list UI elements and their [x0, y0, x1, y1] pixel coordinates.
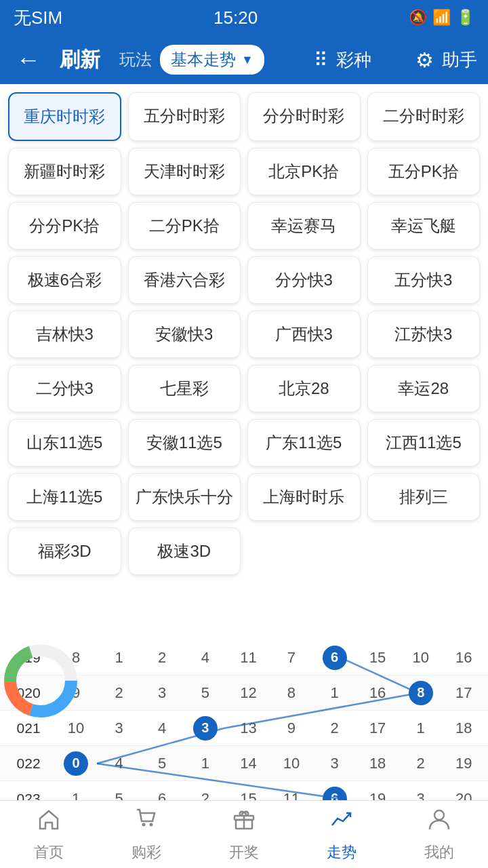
lottery-item-item-4[interactable]: 二分时时彩 — [367, 92, 481, 141]
lottery-item-item-13[interactable]: 极速6合彩 — [8, 256, 121, 304]
lottery-item-item-1[interactable]: 重庆时时彩 — [8, 92, 121, 141]
lottery-item-item-23[interactable]: 北京28 — [247, 365, 361, 412]
lottery-item-item-9[interactable]: 分分PK拾 — [8, 202, 121, 250]
trend-dropdown[interactable]: 基本走势 ▼ — [160, 45, 264, 75]
lottery-item-item-15[interactable]: 分分快3 — [247, 256, 361, 304]
lottery-item-item-28[interactable]: 江西11选5 — [367, 419, 481, 467]
lottery-item-item-8[interactable]: 五分PK拾 — [367, 148, 481, 195]
caizong-label[interactable]: 彩种 — [336, 48, 371, 72]
header: ← 刷新 玩法 基本走势 ▼ ⠿ 彩种 ⚙ 助手 — [0, 35, 488, 84]
trend-icon — [329, 806, 354, 838]
nav-lottery-label: 开奖 — [229, 842, 259, 863]
lottery-item-item-7[interactable]: 北京PK拾 — [247, 148, 361, 195]
lottery-item-item-24[interactable]: 幸运28 — [367, 365, 481, 412]
lottery-item-item-20[interactable]: 江苏快3 — [367, 311, 481, 358]
lottery-item-item-16[interactable]: 五分快3 — [367, 256, 481, 304]
nav-trend[interactable]: 走势 — [293, 801, 390, 868]
cart-icon — [134, 806, 159, 838]
lottery-item-item-30[interactable]: 广东快乐十分 — [128, 473, 241, 521]
table-row: 023 1 5 6 2 15 11 6 19 3 20 — [0, 781, 488, 800]
lottery-item-item-21[interactable]: 二分快3 — [8, 365, 121, 412]
gift-icon — [231, 806, 257, 838]
helper-label[interactable]: 助手 — [442, 48, 477, 72]
bottom-nav: 首页 购彩 开奖 — [0, 800, 488, 868]
carrier-label: 无SIM — [14, 6, 62, 30]
lottery-item-item-2[interactable]: 五分时时彩 — [128, 92, 241, 141]
lottery-item-item-10[interactable]: 二分PK拾 — [128, 202, 241, 250]
play-label: 玩法 — [119, 49, 152, 71]
time-label: 15:20 — [62, 7, 409, 28]
lottery-item-item-17[interactable]: 吉林快3 — [8, 311, 121, 358]
status-icons: 🔕 📶 🔋 — [409, 9, 474, 26]
wifi-icon: 📶 — [432, 9, 451, 26]
nav-home[interactable]: 首页 — [0, 801, 98, 868]
lottery-item-item-12[interactable]: 幸运飞艇 — [367, 202, 481, 250]
nav-lottery[interactable]: 开奖 — [195, 801, 293, 868]
svg-point-14 — [434, 810, 444, 820]
bell-muted-icon: 🔕 — [409, 9, 427, 26]
lottery-item-item-25[interactable]: 山东11选5 — [8, 419, 121, 467]
lottery-grid: 重庆时时彩五分时时彩分分时时彩二分时时彩新疆时时彩天津时时彩北京PK拾五分PK拾… — [8, 92, 480, 575]
lottery-item-item-29[interactable]: 上海11选5 — [8, 473, 121, 521]
lottery-item-item-19[interactable]: 广西快3 — [247, 311, 361, 358]
home-icon — [36, 806, 62, 838]
lottery-item-item-3[interactable]: 分分时时彩 — [247, 92, 361, 141]
status-bar: 无SIM 15:20 🔕 📶 🔋 — [0, 0, 488, 35]
lottery-item-item-18[interactable]: 安徽快3 — [128, 311, 241, 358]
lottery-item-item-33[interactable]: 福彩3D — [8, 528, 121, 575]
lottery-item-item-32[interactable]: 排列三 — [367, 473, 481, 521]
lottery-item-item-26[interactable]: 安徽11选5 — [128, 419, 241, 467]
lottery-item-item-22[interactable]: 七星彩 — [128, 365, 241, 412]
nav-mine[interactable]: 我的 — [390, 801, 488, 868]
lottery-item-item-5[interactable]: 新疆时时彩 — [8, 148, 121, 195]
refresh-button[interactable]: 刷新 — [54, 41, 106, 79]
grid-icon: ⠿ — [314, 49, 328, 71]
nav-mine-label: 我的 — [424, 842, 454, 863]
svg-point-9 — [142, 823, 146, 827]
lottery-overlay: 重庆时时彩五分时时彩分分时时彩二分时时彩新疆时时彩天津时时彩北京PK拾五分PK拾… — [0, 84, 488, 583]
lottery-item-item-27[interactable]: 广东11选5 — [247, 419, 361, 467]
lottery-item-item-6[interactable]: 天津时时彩 — [128, 148, 241, 195]
lottery-item-item-14[interactable]: 香港六合彩 — [128, 256, 241, 304]
gear-icon[interactable]: ⚙ — [415, 48, 434, 72]
svg-point-10 — [150, 823, 153, 827]
nav-buy-label: 购彩 — [131, 842, 161, 863]
table-row: 022 0 4 5 1 14 10 3 18 2 19 — [0, 746, 488, 781]
lottery-item-item-11[interactable]: 幸运赛马 — [247, 202, 361, 250]
battery-icon: 🔋 — [456, 9, 474, 26]
lottery-item-item-34[interactable]: 极速3D — [128, 528, 241, 575]
user-icon — [426, 806, 452, 838]
nav-buy[interactable]: 购彩 — [98, 801, 195, 868]
dropdown-label: 基本走势 — [171, 49, 236, 71]
chevron-down-icon: ▼ — [241, 53, 253, 67]
lottery-item-item-31[interactable]: 上海时时乐 — [247, 473, 361, 521]
nav-trend-label: 走势 — [327, 842, 357, 863]
nav-home-label: 首页 — [34, 842, 64, 863]
back-button[interactable]: ← — [11, 40, 46, 79]
